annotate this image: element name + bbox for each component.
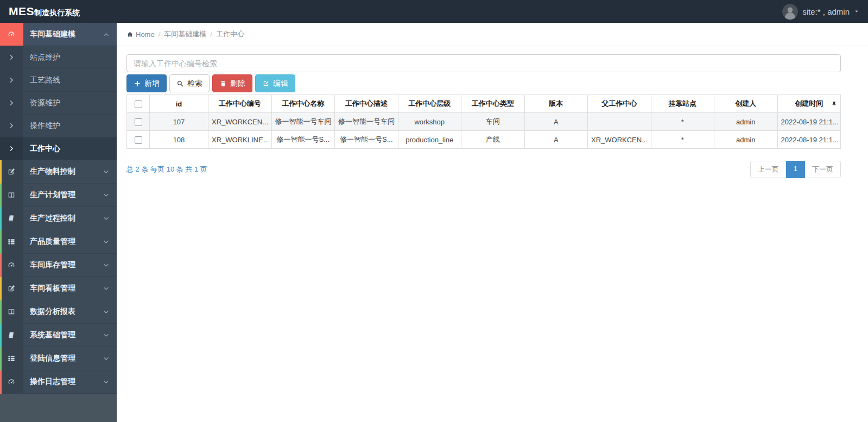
chevron-down-icon	[103, 169, 109, 175]
column-header: 工作中心层级	[398, 95, 461, 113]
sidebar-subitem[interactable]: 工艺路线	[0, 69, 117, 92]
table-cell: 2022-08-19 21:1...	[777, 113, 841, 131]
table-cell: *	[651, 113, 714, 131]
sidebar-subitem[interactable]: 工作中心	[0, 137, 117, 160]
sidebar-subitem[interactable]: 操作维护	[0, 115, 117, 137]
table-cell: admin	[714, 113, 778, 131]
sidebar-subitem-label: 资源维护	[23, 98, 117, 108]
pagination-summary[interactable]: 总 2 条 每页 10 条 共 1 页	[126, 165, 207, 174]
chevron-down-icon	[103, 356, 109, 362]
sidebar-group-label: 生产计划管理	[23, 190, 103, 200]
sidebar-group[interactable]: 生产过程控制	[0, 207, 117, 230]
table-cell: A	[524, 131, 588, 149]
work-center-table: id工作中心编号工作中心名称工作中心描述工作中心层级工作中心类型版本父工作中心挂…	[126, 95, 841, 149]
sidebar-group[interactable]: 操作日志管理	[0, 370, 117, 394]
sidebar-group[interactable]: 数据分析报表	[0, 300, 117, 324]
edit-button-label: 编辑	[273, 79, 288, 89]
table-cell: XR_WORKCEN...	[588, 131, 651, 149]
pin-icon[interactable]	[831, 101, 837, 107]
group-color-strip	[0, 184, 2, 207]
delete-button[interactable]: 删除	[212, 74, 252, 92]
app-logo[interactable]: MES制造执行系统	[9, 5, 80, 18]
sidebar-group-label: 车间看板管理	[23, 284, 103, 293]
list-icon	[0, 347, 23, 370]
edit-icon	[0, 160, 23, 183]
breadcrumb-item-workshop-modeling[interactable]: 车间基础建模	[164, 29, 206, 39]
sidebar: 车间基础建模 站点维护工艺路线资源维护操作维护工作中心 生产物料控制生产计划管理…	[0, 23, 117, 422]
column-header: id	[150, 95, 208, 113]
list-icon	[0, 230, 23, 253]
sidebar-group[interactable]: 生产物料控制	[0, 160, 117, 184]
sidebar-group-label: 车间库存管理	[23, 260, 103, 270]
table-cell: 产线	[461, 131, 525, 149]
chevron-right-icon	[0, 137, 23, 160]
book-icon	[0, 324, 23, 347]
table-cell: 修一智能一号车间	[335, 113, 398, 131]
search-button-label: 检索	[187, 79, 202, 89]
table-cell	[588, 113, 651, 131]
sidebar-group[interactable]: 生产计划管理	[0, 184, 117, 207]
sidebar-subitem[interactable]: 站点维护	[0, 46, 117, 69]
user-menu[interactable]: site:* , admin	[782, 4, 859, 20]
breadcrumb-home[interactable]: Home	[126, 30, 155, 39]
sidebar-submenu: 站点维护工艺路线资源维护操作维护工作中心	[0, 46, 117, 160]
next-page-button[interactable]: 下一页	[804, 161, 841, 178]
user-label: site:* , admin	[802, 7, 850, 16]
add-button[interactable]: 新增	[126, 74, 167, 92]
table-cell: 修一智能一号S...	[271, 131, 335, 149]
select-all-checkbox[interactable]	[135, 100, 142, 108]
table-cell: production_line	[398, 131, 461, 149]
group-color-strip	[0, 347, 2, 370]
search-button[interactable]: 检索	[169, 74, 210, 92]
breadcrumb-item-work-center: 工作中心	[216, 29, 244, 39]
table-cell: XR_WORKLINE...	[208, 131, 272, 149]
table-cell: 修一智能一号车间	[271, 113, 335, 131]
sidebar-group-label: 生产过程控制	[23, 213, 103, 223]
row-checkbox[interactable]	[135, 136, 142, 144]
chevron-up-icon	[103, 32, 109, 37]
plus-icon	[134, 80, 141, 87]
search-input[interactable]	[126, 54, 841, 72]
edit-button[interactable]: 编辑	[255, 74, 295, 92]
sidebar-subitem-label: 站点维护	[23, 53, 117, 62]
toolbar: 新增 检索 删除 编辑	[126, 74, 841, 92]
table-cell: *	[651, 131, 714, 149]
table-cell: XR_WORKCEN...	[208, 113, 272, 131]
row-select-cell	[127, 113, 150, 131]
main-area: Home / 车间基础建模 / 工作中心 新增 检索 删除 编辑	[117, 23, 868, 422]
breadcrumb-separator: /	[159, 30, 161, 39]
column-header: 工作中心类型	[461, 95, 525, 113]
sidebar-subitem[interactable]: 资源维护	[0, 92, 117, 115]
breadcrumb: Home / 车间基础建模 / 工作中心	[117, 23, 868, 46]
sidebar-group[interactable]: 车间库存管理	[0, 254, 117, 277]
sidebar-group[interactable]: 登陆信息管理	[0, 347, 117, 370]
column-header: 创建人	[714, 95, 778, 113]
home-icon	[126, 31, 134, 38]
sidebar-group-label: 数据分析报表	[23, 307, 103, 317]
add-button-label: 新增	[144, 79, 160, 89]
table-header-row: id工作中心编号工作中心名称工作中心描述工作中心层级工作中心类型版本父工作中心挂…	[127, 95, 841, 113]
table-cell: 107	[150, 113, 208, 131]
sidebar-group[interactable]: 车间看板管理	[0, 277, 117, 300]
group-color-strip	[0, 207, 2, 230]
sidebar-group[interactable]: 系统基础管理	[0, 324, 117, 347]
group-color-strip	[0, 230, 2, 254]
group-color-strip	[0, 370, 2, 394]
columns-icon	[0, 300, 23, 323]
row-checkbox[interactable]	[135, 118, 142, 126]
avatar	[782, 4, 798, 20]
group-color-strip	[0, 277, 2, 300]
column-header: 父工作中心	[588, 95, 651, 113]
column-header: 工作中心编号	[208, 95, 272, 113]
group-color-strip	[0, 160, 2, 184]
content-panel: 新增 检索 删除 编辑 id工作中心编号工作中心名称工作中心描述工作中心层级工作…	[117, 46, 868, 178]
page-1-button[interactable]: 1	[786, 161, 805, 178]
prev-page-button[interactable]: 上一页	[750, 161, 787, 178]
sidebar-group-label: 操作日志管理	[23, 377, 103, 387]
caret-down-icon	[854, 9, 859, 14]
sidebar-group[interactable]: 产品质量管理	[0, 230, 117, 254]
breadcrumb-separator: /	[210, 30, 212, 39]
sidebar-subitem-label: 操作维护	[23, 121, 117, 131]
sidebar-group-workshop-modeling[interactable]: 车间基础建模	[0, 23, 117, 46]
chevron-right-icon	[0, 69, 23, 91]
